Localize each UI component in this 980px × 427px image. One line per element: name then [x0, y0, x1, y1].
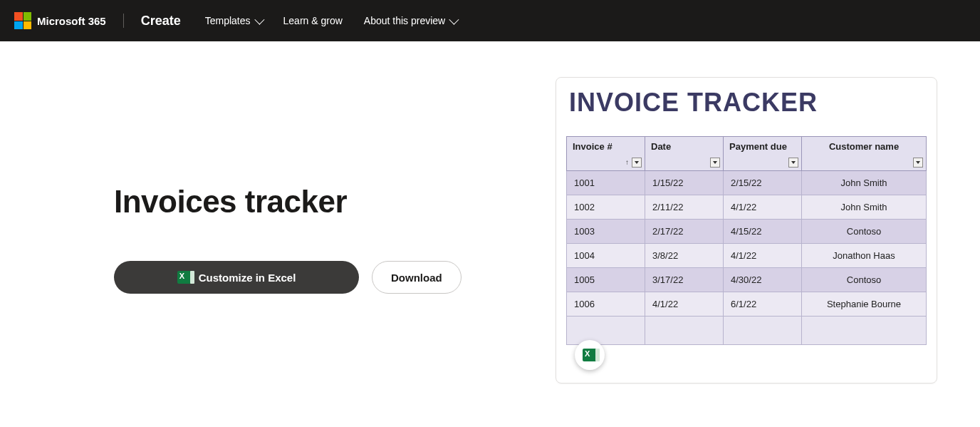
- cell-due: 2/15/22: [724, 171, 802, 195]
- top-nav: Templates Learn & grow About this previe…: [205, 15, 457, 26]
- cell-invoice: 1001: [567, 171, 645, 195]
- cell-due: 4/1/22: [724, 244, 802, 268]
- cell-date: 4/1/22: [645, 292, 724, 317]
- triangle-down-icon: [635, 161, 639, 164]
- col-date: Date: [645, 137, 724, 171]
- page-title: Invoices tracker: [114, 184, 513, 220]
- cell-date: 1/15/22: [645, 171, 724, 195]
- filter-button[interactable]: [710, 158, 720, 168]
- cell-customer: Contoso: [802, 268, 927, 292]
- table-row: 1002 2/11/22 4/1/22 John Smith: [567, 195, 927, 220]
- microsoft-logo-icon: [14, 12, 31, 29]
- excel-icon: [583, 349, 597, 361]
- left-column: Invoices tracker Customize in Excel Down…: [114, 77, 513, 294]
- nav-learn-label: Learn & grow: [283, 15, 343, 26]
- create-link[interactable]: Create: [141, 14, 181, 29]
- filter-button[interactable]: [632, 158, 642, 168]
- cell-customer: Jonathon Haas: [802, 244, 927, 268]
- cell-due: 4/30/22: [724, 268, 802, 292]
- download-label: Download: [391, 272, 442, 284]
- table-row: 1006 4/1/22 6/1/22 Stephanie Bourne: [567, 292, 927, 317]
- brand-text: Microsoft 365: [37, 15, 106, 27]
- table-row: 1001 1/15/22 2/15/22 John Smith: [567, 171, 927, 195]
- global-header: Microsoft 365 Create Templates Learn & g…: [0, 0, 980, 41]
- sort-ascending-icon: ↑: [625, 158, 629, 166]
- cell-invoice: 1006: [567, 292, 645, 317]
- cell-date: 3/17/22: [645, 268, 724, 292]
- nav-about-label: About this preview: [364, 15, 445, 26]
- customize-in-excel-button[interactable]: Customize in Excel: [114, 261, 359, 294]
- brand-group[interactable]: Microsoft 365: [14, 12, 106, 29]
- nav-learn[interactable]: Learn & grow: [283, 15, 343, 26]
- nav-about[interactable]: About this preview: [364, 15, 457, 26]
- cell-customer: Stephanie Bourne: [802, 292, 927, 317]
- triangle-down-icon: [916, 161, 920, 164]
- cell-customer: John Smith: [802, 195, 927, 220]
- cell-due: 4/15/22: [724, 220, 802, 244]
- filter-button[interactable]: [788, 158, 798, 168]
- divider: [123, 14, 124, 28]
- col-date-label: Date: [651, 141, 671, 152]
- table-row-empty: [567, 317, 927, 345]
- customize-label: Customize in Excel: [199, 272, 296, 284]
- col-invoice: Invoice # ↑: [567, 137, 645, 171]
- excel-icon: [177, 271, 192, 284]
- cell-due: 4/1/22: [724, 195, 802, 220]
- cell-due: 6/1/22: [724, 292, 802, 317]
- triangle-down-icon: [791, 161, 796, 164]
- cell-invoice: 1004: [567, 244, 645, 268]
- download-button[interactable]: Download: [372, 261, 462, 294]
- table-row: 1005 3/17/22 4/30/22 Contoso: [567, 268, 927, 292]
- table-row: 1003 2/17/22 4/15/22 Contoso: [567, 220, 927, 244]
- cell-invoice: 1002: [567, 195, 645, 220]
- nav-templates[interactable]: Templates: [205, 15, 262, 26]
- cell-customer: John Smith: [802, 171, 927, 195]
- cell-date: 2/17/22: [645, 220, 724, 244]
- cell-customer: Contoso: [802, 220, 927, 244]
- col-customer-label: Customer name: [829, 141, 899, 152]
- col-due-label: Payment due: [729, 141, 787, 152]
- col-payment-due: Payment due: [724, 137, 802, 171]
- table-header-row: Invoice # ↑ Date Payment due Customer na…: [567, 137, 927, 171]
- excel-badge: [575, 340, 605, 370]
- preview-title: INVOICE TRACKER: [566, 88, 927, 118]
- chevron-down-icon: [254, 15, 264, 25]
- filter-button[interactable]: [913, 158, 923, 168]
- action-buttons: Customize in Excel Download: [114, 261, 513, 294]
- nav-templates-label: Templates: [205, 15, 251, 26]
- cell-invoice: 1005: [567, 268, 645, 292]
- cell-date: 3/8/22: [645, 244, 724, 268]
- cell-invoice: 1003: [567, 220, 645, 244]
- main-content: Invoices tracker Customize in Excel Down…: [0, 41, 980, 384]
- triangle-down-icon: [713, 161, 717, 164]
- col-invoice-label: Invoice #: [573, 141, 612, 152]
- template-preview-card: INVOICE TRACKER Invoice # ↑ Date Payment…: [556, 77, 937, 384]
- col-customer: Customer name: [802, 137, 927, 171]
- table-row: 1004 3/8/22 4/1/22 Jonathon Haas: [567, 244, 927, 268]
- chevron-down-icon: [449, 15, 459, 25]
- cell-date: 2/11/22: [645, 195, 724, 220]
- invoice-table: Invoice # ↑ Date Payment due Customer na…: [566, 136, 927, 345]
